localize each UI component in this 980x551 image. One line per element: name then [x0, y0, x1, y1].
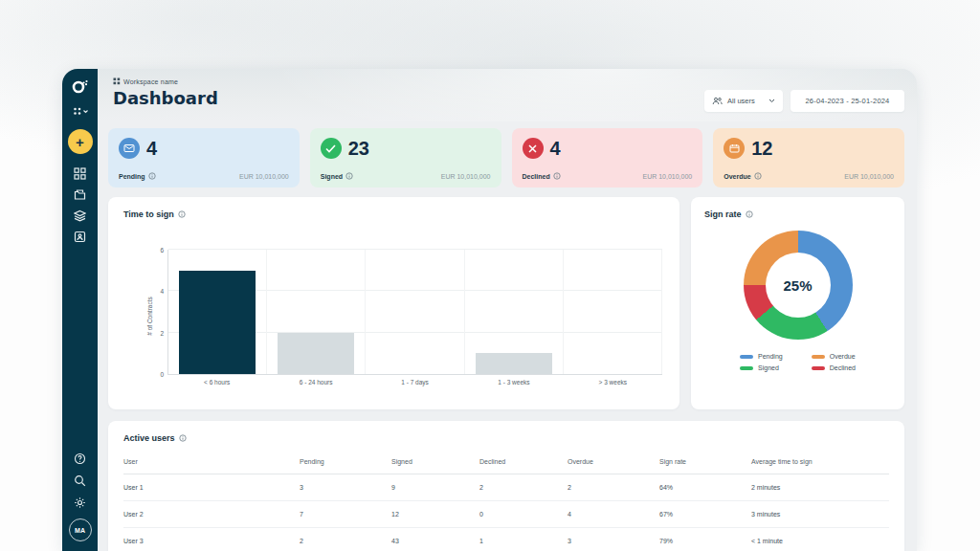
- avatar-initials: MA: [75, 527, 85, 534]
- app-window: +: [62, 69, 917, 551]
- pending-count: 4: [146, 139, 157, 158]
- bar-6-24-hours[interactable]: [278, 333, 354, 374]
- table-cell: User 3: [123, 528, 300, 551]
- table-row[interactable]: User 1392264%2 minutes: [123, 474, 889, 501]
- stat-card-signed[interactable]: 23 Signed EUR 10,010,000: [310, 128, 501, 187]
- table-cell: 67%: [659, 501, 751, 528]
- info-icon[interactable]: [179, 434, 187, 442]
- donut-chart[interactable]: 25%: [744, 231, 853, 340]
- table-cell: 2: [479, 474, 568, 501]
- bar-1-3-weeks[interactable]: [476, 353, 552, 374]
- legend-label: Overdue: [830, 353, 856, 360]
- declined-amount: EUR 10,010,000: [642, 173, 692, 180]
- table-row[interactable]: User 32431379%< 1 minute: [123, 528, 889, 551]
- create-new-button[interactable]: +: [68, 129, 93, 154]
- info-icon[interactable]: [754, 172, 762, 180]
- charts-row: Time to sign # of Contracts 0246 < 6 hou…: [108, 197, 904, 409]
- legend-swatch: [740, 366, 753, 370]
- header-controls: All users 26-04-2023 - 25-01-2024: [704, 90, 904, 112]
- workspace-switcher-icon[interactable]: [72, 106, 89, 117]
- declined-label: Declined: [523, 172, 561, 180]
- envelope-icon: [119, 138, 140, 159]
- x-tick-label: < 6 hours: [167, 379, 266, 386]
- info-icon[interactable]: [553, 172, 561, 180]
- bar-plot: 0246: [167, 250, 662, 375]
- info-icon[interactable]: [148, 172, 156, 180]
- chevron-down-icon: [768, 99, 775, 103]
- legend-item-overdue: Overdue: [812, 353, 856, 360]
- stat-cards-row: 4 Pending EUR 10,010,000: [108, 128, 904, 187]
- x-tick-label: 1 - 7 days: [366, 379, 464, 386]
- active-users-card: Active users UserPendingSignedDeclinedOv…: [108, 421, 904, 551]
- table-cell: 2: [568, 474, 659, 501]
- donut-center: 25%: [766, 253, 831, 318]
- sidebar-menu: [74, 167, 86, 243]
- active-users-table: UserPendingSignedDeclinedOverdueSign rat…: [123, 452, 889, 551]
- y-tick-label: 0: [160, 371, 164, 378]
- x-axis-labels: < 6 hours6 - 24 hours1 - 7 days1 - 3 wee…: [167, 379, 662, 386]
- date-range-picker[interactable]: 26-04-2023 - 25-01-2024: [791, 90, 904, 112]
- bar-chart: # of Contracts 0246 < 6 hours6 - 24 hour…: [167, 250, 662, 375]
- table-cell: 3 minutes: [751, 501, 889, 528]
- column-header: Declined: [479, 452, 568, 474]
- check-icon: [321, 138, 342, 159]
- legend-swatch: [812, 355, 825, 359]
- sidebar: +: [62, 69, 98, 551]
- templates-icon[interactable]: [74, 209, 86, 222]
- info-icon[interactable]: [178, 210, 186, 218]
- calendar-icon: [724, 138, 745, 159]
- search-icon[interactable]: [74, 474, 86, 487]
- sign-rate-card: Sign rate 25% PendingOverdueSignedDeclin…: [691, 197, 904, 409]
- date-range-value: 26-04-2023 - 25-01-2024: [806, 97, 890, 105]
- table-cell: 3: [568, 528, 659, 551]
- y-tick-label: 6: [160, 247, 164, 253]
- table-cell: 79%: [659, 528, 751, 551]
- info-icon[interactable]: [345, 172, 353, 180]
- documents-icon[interactable]: [74, 188, 86, 201]
- legend-item-pending: Pending: [740, 353, 783, 360]
- dashboard-icon[interactable]: [74, 167, 86, 180]
- declined-count: 4: [550, 139, 561, 158]
- sign-rate-title: Sign rate: [704, 209, 891, 219]
- overdue-label: Overdue: [724, 172, 761, 180]
- table-cell: User 1: [123, 474, 300, 501]
- legend-item-declined: Declined: [812, 364, 856, 371]
- contacts-icon[interactable]: [74, 231, 86, 243]
- table-body: User 1392264%2 minutesUser 27120467%3 mi…: [123, 474, 889, 551]
- workspace-name-label: Workspace name: [123, 78, 178, 85]
- user-avatar[interactable]: MA: [69, 518, 92, 541]
- table-cell: 1: [479, 528, 568, 551]
- table-cell: 0: [479, 501, 568, 528]
- bar-slot: [564, 250, 662, 374]
- column-header: User: [123, 452, 300, 474]
- column-header: Pending: [300, 452, 391, 474]
- table-cell: 2 minutes: [751, 474, 889, 501]
- workspace-row[interactable]: Workspace name: [113, 77, 904, 85]
- table-cell: 4: [568, 501, 659, 528]
- stat-card-pending[interactable]: 4 Pending EUR 10,010,000: [108, 128, 300, 187]
- donut-legend: PendingOverdueSignedDeclined: [704, 353, 891, 371]
- table-cell: < 1 minute: [751, 528, 889, 551]
- column-header: Signed: [391, 452, 479, 474]
- help-icon[interactable]: [74, 452, 86, 465]
- pending-label: Pending: [119, 172, 156, 180]
- info-icon[interactable]: [746, 210, 753, 218]
- stat-card-declined[interactable]: 4 Declined EUR 10,010,000: [512, 128, 703, 187]
- x-icon: [523, 138, 544, 159]
- main-area: Workspace name Dashboard All users: [98, 69, 917, 551]
- settings-gear-icon[interactable]: [74, 496, 86, 509]
- overdue-count: 12: [751, 139, 772, 158]
- bar--6-hours[interactable]: [179, 271, 256, 374]
- overdue-amount: EUR 10,010,000: [844, 173, 894, 180]
- table-row[interactable]: User 27120467%3 minutes: [123, 501, 889, 528]
- user-filter-dropdown[interactable]: All users: [704, 90, 783, 112]
- table-cell: 7: [300, 501, 391, 528]
- legend-label: Declined: [830, 364, 856, 371]
- stat-card-overdue[interactable]: 12 Overdue EUR 10,010,000: [713, 128, 904, 187]
- bar-slot: [366, 250, 464, 374]
- signed-label: Signed: [321, 172, 353, 180]
- active-users-title: Active users: [123, 433, 889, 443]
- legend-swatch: [740, 355, 753, 359]
- legend-label: Signed: [758, 364, 779, 371]
- legend-label: Pending: [758, 353, 783, 360]
